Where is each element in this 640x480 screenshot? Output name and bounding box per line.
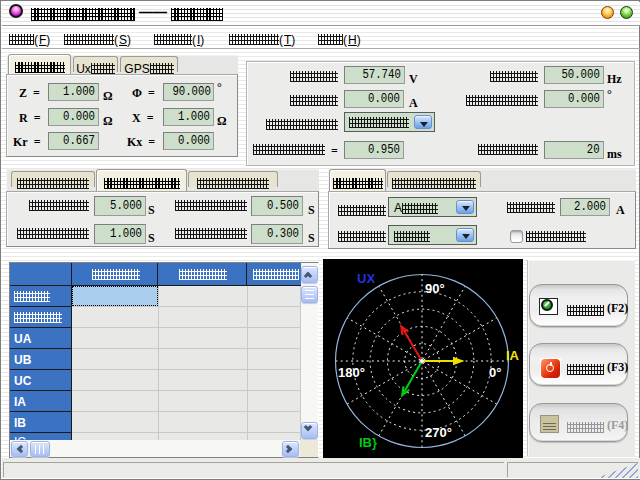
svg-text:270°: 270° (425, 425, 452, 440)
svg-text:UX: UX (357, 271, 375, 286)
svg-text:90°: 90° (425, 281, 445, 296)
svg-text:180°: 180° (338, 365, 365, 380)
svg-text:0°: 0° (489, 365, 501, 380)
svg-text:IA: IA (506, 348, 520, 363)
svg-text:IB}: IB} (359, 435, 377, 450)
